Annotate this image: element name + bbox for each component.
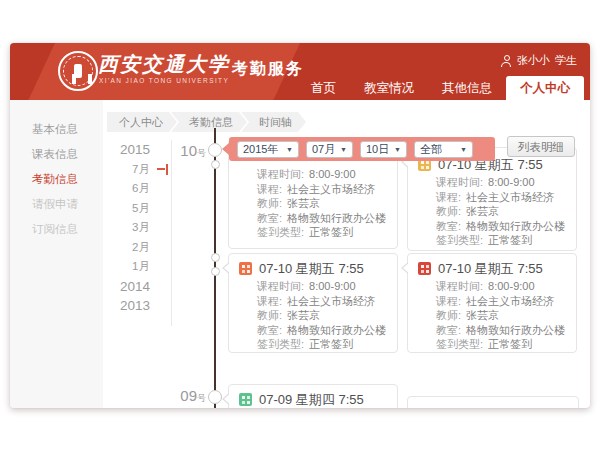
list-detail-button[interactable]: 列表明细: [507, 136, 575, 157]
month-filter-value: 07月: [312, 142, 335, 157]
card-field: 签到类型:正常签到: [239, 225, 387, 240]
year-filter-dropdown[interactable]: 2015年▼: [237, 141, 299, 158]
card-field: 教室:格物致知行政办公楼: [418, 323, 566, 338]
filter-bar-arrow-icon: [222, 143, 229, 155]
card-field: 教室:格物致知行政办公楼: [239, 323, 387, 338]
card-field: 教师:张芸京: [418, 308, 566, 323]
month-filter-dropdown[interactable]: 07月▼: [306, 141, 353, 158]
attendance-card[interactable]: 07-09 星期四 7:55: [228, 384, 398, 408]
attendance-app-window: 西安交通大学 XI'AN JIAO TONG UNIVERSITY 考勤服务 张…: [10, 43, 590, 408]
card-field: 签到类型:正常签到: [418, 337, 566, 352]
day-number: 09: [180, 387, 197, 404]
type-filter-dropdown[interactable]: 全部▼: [414, 141, 473, 158]
card-date: 07-10 星期五 7:55: [259, 260, 364, 277]
card-field: 教师:张芸京: [239, 196, 387, 211]
page-background: 西安交通大学 XI'AN JIAO TONG UNIVERSITY 考勤服务 张…: [0, 0, 600, 450]
attendance-card[interactable]: 07-10 星期五 7:55 课程时间:8:00-9:00课程:社会主义市场经济…: [228, 253, 398, 353]
card-field: 课程时间:8:00-9:00: [418, 279, 566, 294]
partial-card: [407, 396, 579, 408]
timeline-node: [211, 267, 220, 276]
card-field: 课程:社会主义市场经济: [239, 294, 387, 309]
year-filter-value: 2015年: [243, 142, 278, 157]
chevron-down-icon: ▼: [394, 146, 401, 153]
card-field: 签到类型:正常签到: [239, 337, 387, 352]
timeline-cards: 课程时间:8:00-9:00课程:社会主义市场经济教师:张芸京教室:格物致知行政…: [10, 43, 590, 408]
attendance-card[interactable]: 07-10 星期五 7:55 课程时间:8:00-9:00课程:社会主义市场经济…: [407, 253, 577, 353]
day-suffix: 号: [197, 148, 206, 158]
timeline-node: [211, 160, 220, 169]
card-date: 07-09 星期四 7:55: [259, 391, 364, 408]
card-field: 签到类型:正常签到: [418, 233, 566, 248]
card-header: 07-10 星期五 7:55: [239, 260, 387, 277]
card-body: 课程时间:8:00-9:00课程:社会主义市场经济教师:张芸京教室:格物致知行政…: [418, 277, 566, 352]
card-field: 课程时间:8:00-9:00: [239, 279, 387, 294]
card-field: 教室:格物致知行政办公楼: [239, 211, 387, 226]
card-body: 课程时间:8:00-9:00课程:社会主义市场经济教师:张芸京教室:格物致知行政…: [418, 173, 566, 248]
card-field: 教室:格物致知行政办公楼: [418, 219, 566, 234]
filter-bar: 2015年▼ 07月▼ 10日▼ 全部▼: [229, 137, 495, 161]
card-date: 07-10 星期五 7:55: [438, 260, 543, 277]
card-field: 教师:张芸京: [418, 204, 566, 219]
type-filter-value: 全部: [420, 142, 442, 157]
card-header: 07-09 星期四 7:55: [239, 391, 387, 408]
timeline-node: [208, 143, 222, 157]
card-header: 07-10 星期五 7:55: [418, 260, 566, 277]
attendance-card[interactable]: 07-10 星期五 7:55 课程时间:8:00-9:00课程:社会主义市场经济…: [407, 147, 577, 251]
day-suffix: 号: [197, 393, 206, 403]
card-field: 课程:社会主义市场经济: [418, 294, 566, 309]
card-field: 课程时间:8:00-9:00: [418, 175, 566, 190]
chevron-down-icon: ▼: [460, 146, 467, 153]
signin-stamp-icon: [239, 393, 252, 406]
card-field: 课程时间:8:00-9:00: [239, 167, 387, 182]
card-field: 课程:社会主义市场经济: [239, 182, 387, 197]
day-marker: 09号: [168, 387, 206, 405]
timeline-node: [208, 390, 222, 404]
signin-stamp-icon: [418, 262, 431, 275]
chevron-down-icon: ▼: [340, 146, 347, 153]
timeline-node: [211, 253, 220, 262]
card-field: 教师:张芸京: [239, 308, 387, 323]
day-filter-value: 10日: [366, 142, 389, 157]
day-filter-dropdown[interactable]: 10日▼: [360, 141, 407, 158]
day-marker: 10号: [168, 142, 206, 160]
signin-stamp-icon: [239, 262, 252, 275]
chevron-down-icon: ▼: [286, 146, 293, 153]
card-body: 课程时间:8:00-9:00课程:社会主义市场经济教师:张芸京教室:格物致知行政…: [239, 277, 387, 352]
card-field: 课程:社会主义市场经济: [418, 190, 566, 205]
day-number: 10: [180, 142, 197, 159]
